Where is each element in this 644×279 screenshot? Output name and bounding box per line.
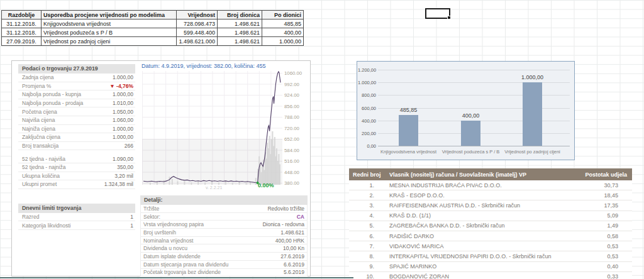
y-axis-label: 652.00 [284,136,309,142]
row-value: 5.6.2019 [284,269,304,275]
bar[interactable] [399,115,418,146]
row-spacer [18,150,135,155]
cell[interactable]: 1.498.621 [218,28,262,37]
owner-rank: 8. [349,253,383,260]
column-header[interactable]: Po dionici [262,11,304,19]
data-row: Vrsta vrijednosnog papiraDionica - redov… [140,221,308,229]
cell[interactable]: 31.12.2018. [2,19,42,28]
row-value: 1 [130,222,133,229]
data-row: Početna cijena1.050,00 [18,107,135,116]
row-value: Redovito tržište [267,205,304,212]
cell[interactable]: Knjigovodstvena vrijednost [42,19,177,28]
owner-rank: 4. [349,212,383,219]
owner-percent: 17,35 [577,202,632,209]
cell[interactable]: 485,85 [262,19,304,28]
column-header[interactable]: Usporedba procjene vrijednosti po modeli… [42,11,177,19]
owner-percent: 5,09 [577,212,632,219]
row-value: 1.060,00 [113,117,133,123]
data-row: Najviša cijena1.060,00 [18,116,135,125]
row-label: 52 tjedna - najviša [22,156,65,162]
selected-cell[interactable] [425,8,450,19]
row-label: Dividenda u novcu [143,245,187,251]
data-row: Sektor:CA [140,213,308,221]
column-header[interactable]: Razdoblje [2,11,42,19]
trading-data-section: Podaci o trgovanju 27.9.2019 Zadnja cije… [18,64,135,230]
y-axis-label: 584.00 [284,148,309,153]
row-value: 1.000,00 [113,134,133,140]
bar-category-label: Vrijednost poduzeća s P / B [436,149,506,155]
row-label: Promjena % [22,83,51,89]
limits-panel-title: Dnevni limiti trgovanja [18,204,135,213]
owner-name: MESNA INDUSTRIJA BRAĆA PIVAC D.O.O. [383,182,577,189]
owner-name: RAIFFEISENBANK AUSTRIA D.D. - Skrbnički … [383,202,577,209]
bar-category-label: Vrijednost po zadnjoj cijeni [497,149,568,155]
y-axis-label: 400,00 [358,118,376,124]
cell[interactable]: 1.498.621 [218,19,262,28]
cell[interactable]: 1.000,00 [262,37,304,46]
gridline [378,146,570,146]
data-row: Najniža cijena1.000,00 [18,125,135,134]
data-row: Zaključna cijena1.000,00 [18,133,135,142]
row-label: Zadnja cijena [22,74,54,80]
cell[interactable]: 1.498.621 [218,37,262,46]
owners-table: Redni brojVlasnik (nositelj) računa / Su… [349,168,632,279]
details-section: Detalji: TržišteRedovito tržišteSektor:C… [140,195,308,276]
cell[interactable]: 1.498.621.000 [177,37,218,46]
change-annotation: 0.00% [258,182,274,189]
column-header: Postotak udjela [577,172,632,178]
owner-row: 6.RADIŠIĆ DARKO0,58 [349,231,632,241]
y-axis-label: 800,00 [358,92,376,98]
row-label: Ukupna količina [22,173,60,179]
cell[interactable]: Vrijednost poduzeća s P / B [42,28,177,37]
cell[interactable]: 599.448.400 [177,28,218,37]
row-label: Najniža cijena [22,126,55,132]
pane-divider [0,277,353,278]
owner-name: VIDAKOVIĆ MARICA [383,243,577,249]
bar[interactable] [523,82,542,146]
owner-rank: 3. [349,202,383,209]
row-label: 52 tjedna - najniža [22,164,65,170]
owner-percent: 0,33 [577,273,632,279]
cell[interactable]: 31.12.2018. [2,28,42,37]
owner-rank: 7. [349,243,383,249]
owner-percent: 0,58 [577,233,632,239]
cell[interactable]: 27.09.2019. [2,37,42,46]
data-row: Nominalna vrijednost400,00 HRK [140,237,308,245]
bar[interactable] [461,121,480,146]
data-row: Datum isplate dividende27.6.2019 [140,253,308,261]
owner-row: 3.RAIFFEISENBANK AUSTRIA D.D. - Skrbničk… [349,200,632,211]
row-value: 3,20 mil [114,173,133,179]
data-row: 52 tjedna - najniža350,00 [18,163,135,172]
owner-row: 10.BOGDANOVIĆ ZORAN0,33 [349,272,632,279]
row-label: Početna cijena [22,109,57,115]
owner-row: 2.KRAŠ - ESOP D.O.O.18,45 [349,190,632,200]
y-axis-label: 1.200,00 [358,67,376,73]
details-panel-title: Detalji: [140,195,308,205]
owner-row: 1.MESNA INDUSTRIJA BRAĆA PIVAC D.O.O.30,… [349,180,632,190]
cell[interactable]: 400,00 [262,28,304,37]
row-label: Broj transakcija [22,143,58,149]
data-row: Kategorija likvidnosti1 [18,221,135,230]
y-axis-label: 1060.00 [284,70,309,76]
y-axis-label: 1.000,00 [358,80,376,85]
cell[interactable]: Vrijednost po zadnjoj cijeni [42,37,177,46]
row-value: 1.000,00 [113,74,133,80]
row-label: Zaključna cijena [22,134,60,140]
row-value: 350,00 [117,164,133,170]
data-row: Promjena %▼ -4,76% [18,82,135,91]
price-chart[interactable] [142,71,282,185]
owner-name: SPAJIĆ MARINKO [383,263,577,270]
trading-panel-title: Podaci o trgovanju 27.9.2019 [18,64,135,74]
row-value: Dionica - redovna [262,221,304,227]
cell[interactable]: 728.098.473 [177,19,218,28]
owners-table-header: Redni brojVlasnik (nositelj) računa / Su… [349,168,632,180]
trading-rows: Zadnja cijena1.000,00Promjena %▼ -4,76%N… [18,74,135,189]
spreadsheet-canvas[interactable]: RazdobljeUsporedba procjene vrijednosti … [0,0,644,279]
fill-handle[interactable] [447,16,451,19]
column-header[interactable]: Broj dionica [218,11,262,19]
valuation-table: RazdobljeUsporedba procjene vrijednosti … [1,10,304,46]
row-label: Tržište [143,205,159,212]
data-row: Razred1 [18,213,135,222]
column-header[interactable]: Vrijednost [177,11,218,19]
owner-row: 8.INTERKAPITAL VRIJEDNOSNI PAPIRI D.O.O.… [349,251,632,261]
